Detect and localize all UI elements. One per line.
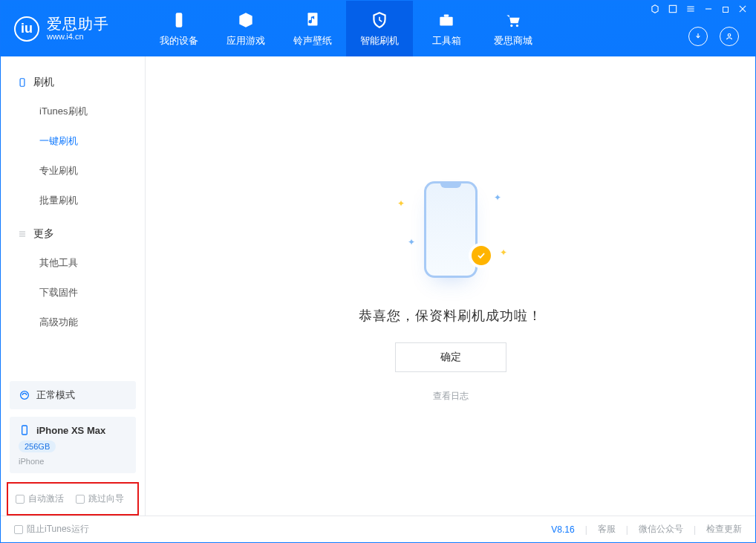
footer-link-support[interactable]: 客服 [598,523,616,536]
account-button[interactable] [720,27,739,46]
titlebar-icons [650,4,748,16]
nav-tab-device[interactable]: 我的设备 [146,1,212,56]
checkbox-icon [16,495,25,504]
svg-rect-6 [723,7,729,12]
sparkle-icon: ✦ [500,247,507,258]
footer-link-wechat[interactable]: 微信公众号 [639,523,683,536]
svg-point-20 [21,391,29,400]
phone-icon [424,181,478,278]
sidebar-item-advanced[interactable]: 高级功能 [1,308,145,337]
download-icon [693,31,703,42]
device-capacity: 256GB [19,440,56,452]
main-content: ✦ ✦ ✦ ✦ 恭喜您，保资料刷机成功啦！ 确定 查看日志 [146,56,755,516]
device-icon [169,10,189,30]
device-icon [19,424,30,436]
view-log-link[interactable]: 查看日志 [433,390,469,403]
ok-button[interactable]: 确定 [395,342,506,372]
sidebar-group-title: 更多 [33,227,54,241]
nav-tab-ringtones[interactable]: 铃声壁纸 [279,1,346,56]
sidebar-group-more: 更多 [1,224,145,248]
brand-url: www.i4.cn [47,32,109,41]
menu-icon[interactable] [685,4,696,16]
mode-label: 正常模式 [36,388,75,402]
sidebar-item-oneclick[interactable]: 一键刷机 [1,126,145,156]
download-button[interactable] [688,27,708,46]
svg-rect-12 [444,14,449,16]
checkbox-label: 自动激活 [28,492,64,505]
nav-tab-label: 工具箱 [432,34,461,48]
svg-rect-11 [440,16,452,25]
checkbox-icon [14,525,23,534]
user-icon [724,31,734,42]
nav-tab-flash[interactable]: 智能刷机 [346,1,413,56]
nav-tab-toolbox[interactable]: 工具箱 [413,1,480,56]
close-button[interactable] [737,4,748,16]
sparkle-icon: ✦ [397,198,405,209]
device-type: iPhone [19,457,44,466]
checkbox-label: 阻止iTunes运行 [27,523,89,536]
skin-icon[interactable] [668,4,678,16]
nav-tab-label: 铃声壁纸 [293,34,332,48]
mode-panel[interactable]: 正常模式 [10,381,136,409]
mode-icon [19,389,30,401]
sidebar-item-itunes[interactable]: iTunes刷机 [1,97,145,126]
check-icon [476,250,486,261]
brand: iu 爱思助手 www.i4.cn [1,1,146,56]
device-panel[interactable]: iPhone XS Max 256GB iPhone [10,417,136,473]
checkbox-label: 跳过向导 [88,492,124,505]
svg-rect-21 [22,426,27,435]
minimize-button[interactable] [703,4,714,16]
device-name: iPhone XS Max [36,425,105,436]
version-label: V8.16 [551,524,574,535]
sidebar-group-flash: 刷机 [1,73,145,97]
list-icon [17,229,27,239]
music-icon [303,10,322,30]
toolbox-icon [437,10,456,30]
checkbox-icon [76,495,85,504]
svg-marker-0 [652,5,658,13]
success-illustration: ✦ ✦ ✦ ✦ [377,170,525,289]
nav-tab-label: 应用游戏 [227,34,265,48]
app-window: iu 爱思助手 www.i4.cn 我的设备 应用游戏 铃声壁纸 智能刷机 [0,0,756,543]
settings-icon[interactable] [650,4,660,16]
svg-rect-16 [20,79,25,87]
sidebar-item-batch[interactable]: 批量刷机 [1,186,145,215]
footer: 阻止iTunes运行 V8.16 | 客服 | 微信公众号 | 检查更新 [1,516,755,542]
sidebar-group-title: 刷机 [33,76,54,89]
sidebar-item-firmware[interactable]: 下载固件 [1,278,145,308]
svg-rect-10 [308,13,318,25]
highlighted-checkbox-row: 自动激活 跳过向导 [7,482,139,516]
shield-icon [370,10,389,30]
nav-tab-label: 智能刷机 [360,34,399,48]
cube-icon [236,10,255,30]
maximize-button[interactable] [721,4,730,16]
sidebar: 刷机 iTunes刷机 一键刷机 专业刷机 批量刷机 更多 其他工具 下载固件 … [1,56,146,516]
nav-tab-store[interactable]: 爱思商城 [480,1,547,56]
skip-guide-checkbox[interactable]: 跳过向导 [76,492,124,505]
footer-link-update[interactable]: 检查更新 [706,523,742,536]
cart-icon [504,10,523,30]
block-itunes-checkbox[interactable]: 阻止iTunes运行 [14,523,89,536]
svg-point-15 [728,33,731,36]
auto-activate-checkbox[interactable]: 自动激活 [16,492,64,505]
nav-tabs: 我的设备 应用游戏 铃声壁纸 智能刷机 工具箱 爱思商城 [146,1,547,56]
brand-logo-icon: iu [14,16,39,42]
sidebar-item-pro[interactable]: 专业刷机 [1,156,145,186]
phone-icon [17,77,27,88]
success-message: 恭喜您，保资料刷机成功啦！ [359,307,542,325]
svg-point-13 [510,24,512,26]
nav-tab-apps[interactable]: 应用游戏 [212,1,279,56]
nav-tab-label: 我的设备 [160,34,198,48]
svg-rect-1 [669,5,676,12]
nav-tab-label: 爱思商城 [494,34,532,48]
success-badge [469,243,494,268]
brand-name: 爱思助手 [47,16,109,32]
sparkle-icon: ✦ [408,237,415,247]
svg-point-14 [516,24,518,26]
sidebar-item-othertools[interactable]: 其他工具 [1,248,145,278]
header: iu 爱思助手 www.i4.cn 我的设备 应用游戏 铃声壁纸 智能刷机 [1,1,755,56]
sparkle-icon: ✦ [494,192,501,203]
body: 刷机 iTunes刷机 一键刷机 专业刷机 批量刷机 更多 其他工具 下载固件 … [1,56,755,516]
svg-rect-9 [176,13,183,27]
